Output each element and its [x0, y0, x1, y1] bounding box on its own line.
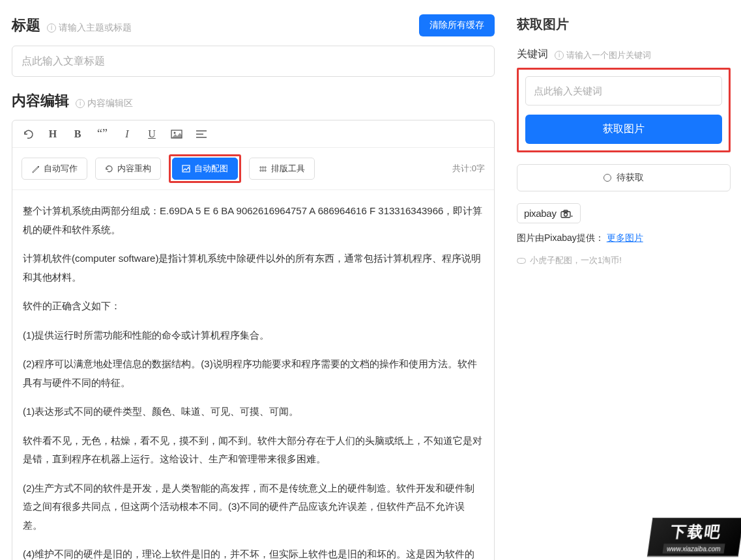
image-icon[interactable] — [170, 128, 183, 140]
picture-icon — [182, 165, 190, 173]
paragraph: (1)表达形式不同的硬件类型、颜色、味道、可见、可摸、可闻。 — [23, 402, 484, 421]
auto-image-button[interactable]: 自动配图 — [172, 158, 238, 180]
paragraph: 整个计算机系统由两部分组成：E.69DA 5 E 6 BA 9062616964… — [23, 202, 484, 239]
svg-rect-5 — [182, 165, 190, 172]
sidebar-heading: 获取图片 — [517, 16, 731, 33]
title-section-header: 标题 i 请输入主题或标题 清除所有缓存 — [12, 14, 495, 36]
svg-point-1 — [174, 132, 176, 134]
undo-icon[interactable] — [22, 128, 35, 140]
content-heading: 内容编辑 — [12, 91, 69, 111]
content-rebuild-button[interactable]: 内容重构 — [95, 158, 161, 180]
layout-icon — [259, 165, 267, 173]
info-icon: i — [76, 99, 85, 108]
title-hint: i 请输入主题或标题 — [47, 22, 132, 34]
quote-icon[interactable]: “” — [96, 127, 109, 141]
bold-icon[interactable]: B — [71, 128, 84, 140]
footer-note: 小虎子配图，一次1淘币! — [517, 255, 731, 266]
keyword-label-row: 关键词 i 请输入一个图片关键词 — [517, 48, 731, 61]
pencil-icon — [31, 165, 40, 173]
paragraph: 软件看不见，无色，枯燥，看不见，摸不到，闻不到。软件大部分存在于人们的头脑或纸上… — [23, 432, 484, 469]
article-title-input[interactable] — [12, 46, 495, 77]
keyword-box-highlight: 获取图片 — [517, 68, 731, 152]
svg-point-7 — [564, 213, 567, 216]
paragraph: 计算机软件(computer software)是指计算机系统中除硬件以外的所有… — [23, 249, 484, 287]
pixabay-badge: pixabay — [517, 203, 581, 223]
paragraph: (1)提供运行时所需功能和性能的命令或计算机程序集合。 — [23, 326, 484, 345]
svg-point-9 — [571, 216, 572, 217]
align-icon[interactable] — [195, 128, 208, 140]
paragraph: (2)程序可以满意地处理信息的数据结构。(3)说明程序功能要求和程序需要的文档的… — [23, 355, 484, 392]
keyword-input[interactable] — [525, 76, 722, 105]
paragraph: (4)维护不同的硬件是旧的，理论上软件是旧的，并不坏，但实际上软件也是旧的和坏的… — [23, 545, 484, 560]
status-circle-icon — [603, 174, 611, 182]
underline-icon[interactable]: U — [145, 128, 158, 140]
fetch-image-button[interactable]: 获取图片 — [525, 115, 722, 144]
editor-content[interactable]: 整个计算机系统由两部分组成：E.69DA 5 E 6 BA 9062616964… — [12, 190, 494, 560]
format-toolbar: H B “” I U — [12, 120, 494, 148]
info-icon: i — [47, 23, 56, 33]
content-section-header: 内容编辑 i 内容编辑区 — [12, 91, 495, 111]
content-hint: i 内容编辑区 — [76, 98, 133, 109]
keyword-hint: i 请输入一个图片关键词 — [555, 49, 651, 61]
sidebar: 获取图片 关键词 i 请输入一个图片关键词 获取图片 待获取 pixabay 图… — [506, 0, 741, 560]
italic-icon[interactable]: I — [121, 128, 134, 140]
watermark: 下载吧 www.xiazaiba.com — [647, 518, 741, 557]
credit-row: 图片由Pixabay提供： 更多图片 — [517, 232, 731, 244]
clear-cache-button[interactable]: 清除所有缓存 — [419, 14, 495, 36]
camera-icon — [560, 208, 574, 219]
paragraph: 软件的正确含义如下： — [23, 297, 484, 316]
word-count: 共计:0字 — [452, 163, 485, 175]
editor-box: H B “” I U 自动写作 内容重构 — [12, 120, 495, 560]
action-toolbar: 自动写作 内容重构 自动配图 排版工具 共计:0字 — [12, 148, 494, 190]
status-button[interactable]: 待获取 — [517, 164, 731, 191]
auto-image-highlight: 自动配图 — [169, 154, 241, 183]
layout-tool-button[interactable]: 排版工具 — [249, 158, 315, 180]
refresh-icon — [105, 165, 113, 173]
paragraph: (2)生产方式不同的软件是开发，是人类智能的高发挥，而不是传统意义上的硬件制造。… — [23, 479, 484, 535]
title-heading: 标题 — [12, 16, 40, 35]
info-icon: i — [555, 51, 564, 60]
auto-write-button[interactable]: 自动写作 — [22, 158, 87, 180]
heading-icon[interactable]: H — [46, 128, 59, 140]
keyword-label: 关键词 — [517, 48, 548, 61]
cloud-icon — [517, 258, 526, 264]
more-images-link[interactable]: 更多图片 — [607, 232, 643, 243]
